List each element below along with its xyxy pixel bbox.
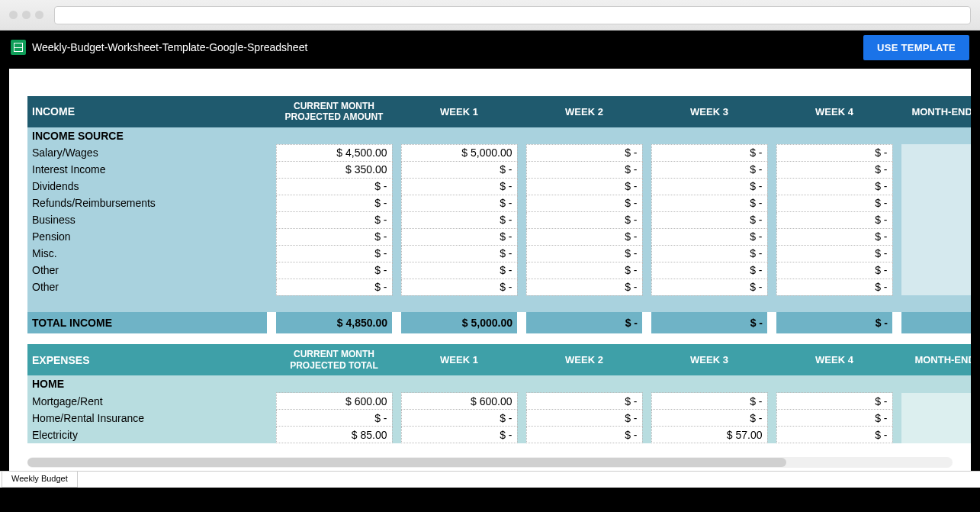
- cell-w1[interactable]: $ -: [401, 195, 517, 211]
- cell-w3[interactable]: $ -: [651, 211, 767, 228]
- total-income-w4: $ -: [776, 312, 892, 333]
- cell-w4[interactable]: $ -: [776, 245, 892, 262]
- cell-w1[interactable]: $ -: [401, 178, 517, 195]
- cell-w3[interactable]: $ -: [651, 245, 767, 262]
- row-label: Business: [27, 211, 267, 228]
- total-income-end: $ 5,000.: [901, 312, 971, 333]
- income-header-week3: WEEK 3: [651, 96, 767, 127]
- cell-projected[interactable]: $ -: [276, 195, 392, 211]
- cell-w1[interactable]: $ 600.00: [401, 393, 517, 410]
- cell-projected[interactable]: $ -: [276, 262, 392, 279]
- cell-month-end: [901, 279, 971, 295]
- expenses-header-week4: WEEK 4: [776, 344, 892, 375]
- income-header-week2: WEEK 2: [526, 96, 642, 127]
- cell-w4[interactable]: $ -: [776, 279, 892, 295]
- cell-projected[interactable]: $ -: [276, 410, 392, 427]
- cell-w2[interactable]: $ -: [526, 144, 642, 161]
- cell-w2[interactable]: $ -: [526, 178, 642, 195]
- cell-projected[interactable]: $ 85.00: [276, 427, 392, 443]
- cell-projected[interactable]: $ -: [276, 211, 392, 228]
- horizontal-scrollbar[interactable]: [27, 457, 953, 468]
- income-header-week1: WEEK 1: [401, 96, 517, 127]
- cell-w2[interactable]: $ -: [526, 195, 642, 211]
- cell-w3[interactable]: $ -: [651, 228, 767, 245]
- google-sheets-icon: [11, 40, 26, 55]
- cell-w2[interactable]: $ -: [526, 245, 642, 262]
- cell-w2[interactable]: $ -: [526, 427, 642, 443]
- cell-projected[interactable]: $ 350.00: [276, 161, 392, 178]
- cell-w2[interactable]: $ -: [526, 211, 642, 228]
- url-bar[interactable]: [54, 6, 971, 24]
- section-spacer: [27, 333, 971, 344]
- cell-projected[interactable]: $ -: [276, 245, 392, 262]
- cell-w2[interactable]: $ -: [526, 279, 642, 295]
- cell-month-end: [901, 161, 971, 178]
- table-row: Electricity$ 85.00$ -$ -$ 57.00$ -$ 57.: [27, 427, 971, 443]
- cell-w4[interactable]: $ -: [776, 178, 892, 195]
- cell-w3[interactable]: $ -: [651, 178, 767, 195]
- cell-w3[interactable]: $ -: [651, 279, 767, 295]
- total-income-w2: $ -: [526, 312, 642, 333]
- expenses-home-section: HOME: [27, 375, 971, 393]
- cell-w4[interactable]: $ -: [776, 161, 892, 178]
- cell-w1[interactable]: $ -: [401, 245, 517, 262]
- income-header-month-end: MONTH-END TOTAL: [901, 96, 971, 127]
- cell-w4[interactable]: $ -: [776, 393, 892, 410]
- cell-projected[interactable]: $ 4,500.00: [276, 144, 392, 161]
- expenses-home-label: HOME: [27, 375, 971, 393]
- traffic-max-icon[interactable]: [35, 11, 43, 19]
- traffic-min-icon[interactable]: [22, 11, 31, 19]
- cell-w4[interactable]: $ -: [776, 410, 892, 427]
- budget-table: INCOME CURRENT MONTH PROJECTED AMOUNT WE…: [27, 96, 971, 443]
- cell-w3[interactable]: $ -: [651, 262, 767, 279]
- cell-w3[interactable]: $ -: [651, 161, 767, 178]
- expenses-header-week2: WEEK 2: [526, 344, 642, 375]
- income-header-week4: WEEK 4: [776, 96, 892, 127]
- traffic-close-icon[interactable]: [9, 11, 18, 19]
- cell-w4[interactable]: $ -: [776, 144, 892, 161]
- cell-w3[interactable]: $ -: [651, 195, 767, 211]
- cell-w1[interactable]: $ 5,000.00: [401, 144, 517, 161]
- cell-month-end: [901, 211, 971, 228]
- cell-w4[interactable]: $ -: [776, 195, 892, 211]
- table-row: Salary/Wages$ 4,500.00$ 5,000.00$ -$ -$ …: [27, 144, 971, 161]
- income-source-label: INCOME SOURCE: [27, 127, 971, 145]
- cell-w3[interactable]: $ -: [651, 393, 767, 410]
- use-template-button[interactable]: USE TEMPLATE: [863, 35, 969, 60]
- cell-projected[interactable]: $ -: [276, 279, 392, 295]
- cell-w1[interactable]: $ -: [401, 211, 517, 228]
- row-label: Salary/Wages: [27, 144, 267, 161]
- cell-month-end: [901, 228, 971, 245]
- cell-w2[interactable]: $ -: [526, 228, 642, 245]
- row-label: Pension: [27, 228, 267, 245]
- sheet-scroll[interactable]: INCOME CURRENT MONTH PROJECTED AMOUNT WE…: [27, 96, 971, 454]
- cell-w2[interactable]: $ -: [526, 262, 642, 279]
- row-label: Electricity: [27, 427, 267, 443]
- income-header-projected: CURRENT MONTH PROJECTED AMOUNT: [276, 96, 392, 127]
- sheet-tab-weekly-budget[interactable]: Weekly Budget: [2, 472, 78, 488]
- cell-w3[interactable]: $ -: [651, 144, 767, 161]
- cell-month-end: [901, 410, 971, 427]
- cell-w4[interactable]: $ -: [776, 211, 892, 228]
- cell-w1[interactable]: $ -: [401, 161, 517, 178]
- cell-w1[interactable]: $ -: [401, 427, 517, 443]
- cell-w1[interactable]: $ -: [401, 410, 517, 427]
- cell-projected[interactable]: $ -: [276, 228, 392, 245]
- cell-w4[interactable]: $ -: [776, 262, 892, 279]
- horizontal-scrollbar-thumb[interactable]: [27, 458, 786, 467]
- cell-w1[interactable]: $ -: [401, 279, 517, 295]
- cell-w1[interactable]: $ -: [401, 228, 517, 245]
- income-header-row: INCOME CURRENT MONTH PROJECTED AMOUNT WE…: [27, 96, 971, 127]
- cell-w1[interactable]: $ -: [401, 262, 517, 279]
- cell-month-end: [901, 262, 971, 279]
- cell-w4[interactable]: $ -: [776, 427, 892, 443]
- cell-month-end: $ 5,000.: [901, 144, 971, 161]
- cell-w4[interactable]: $ -: [776, 228, 892, 245]
- cell-w2[interactable]: $ -: [526, 410, 642, 427]
- cell-projected[interactable]: $ -: [276, 178, 392, 195]
- cell-w2[interactable]: $ -: [526, 161, 642, 178]
- cell-w3[interactable]: $ -: [651, 410, 767, 427]
- cell-w3[interactable]: $ 57.00: [651, 427, 767, 443]
- cell-projected[interactable]: $ 600.00: [276, 393, 392, 410]
- cell-w2[interactable]: $ -: [526, 393, 642, 410]
